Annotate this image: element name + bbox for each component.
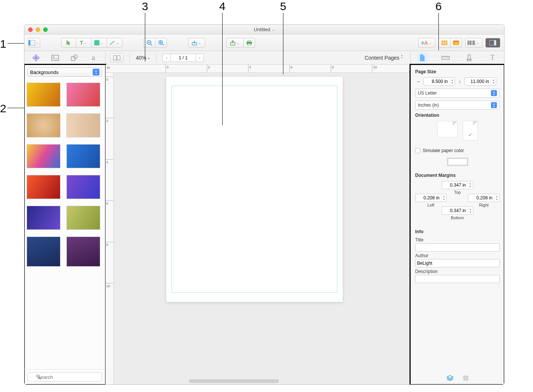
zoom-in-icon xyxy=(158,40,164,46)
page-navigator: ‹ › xyxy=(163,54,204,62)
stepper-icon[interactable]: ▴▾ xyxy=(449,78,455,84)
description-input[interactable] xyxy=(415,275,500,283)
title-input[interactable] xyxy=(415,243,500,252)
page-size-heading: Page Size xyxy=(415,69,500,74)
page-width-input[interactable] xyxy=(424,79,449,84)
cursor-icon xyxy=(66,40,71,45)
select-tool-button[interactable] xyxy=(61,38,76,48)
page-height-field[interactable]: ▴▾ xyxy=(465,77,496,86)
units-selector[interactable]: Inches (in) ▴▾ xyxy=(415,101,500,110)
appearance-inspector-tab[interactable] xyxy=(464,53,475,63)
zoom-in-button[interactable] xyxy=(155,38,167,48)
margin-bottom-field[interactable]: ▴▾ xyxy=(442,207,473,215)
category-selector[interactable]: Backgrounds ▴▾ xyxy=(27,68,102,77)
callout-1-line xyxy=(8,43,24,44)
svg-point-35 xyxy=(33,57,35,59)
inspector-tabs: T xyxy=(410,51,504,64)
line-icon xyxy=(109,40,115,45)
page-viewport[interactable] xyxy=(114,73,410,384)
clipart-tab[interactable] xyxy=(31,53,41,63)
share-icon xyxy=(230,40,236,45)
fonts-button[interactable]: AA ⌄ xyxy=(418,38,435,48)
tables-button[interactable] xyxy=(438,38,450,48)
background-thumbnail[interactable] xyxy=(27,175,60,199)
text-styles-tab[interactable]: a xyxy=(88,53,99,63)
stepper-icon: ˄˅ xyxy=(401,56,403,60)
svg-rect-41 xyxy=(113,56,116,60)
callout-4: 4 xyxy=(219,0,226,13)
grid-icon[interactable] xyxy=(463,375,469,382)
background-thumbnail[interactable] xyxy=(66,83,100,107)
print-button[interactable] xyxy=(243,38,255,48)
author-input[interactable] xyxy=(415,259,500,267)
content-pages-label: Content Pages xyxy=(364,55,399,61)
shape-tool-button[interactable]: ⌄ xyxy=(91,38,107,48)
spread-icon xyxy=(113,55,120,60)
svg-rect-1 xyxy=(29,40,30,45)
text-tool-button[interactable]: T ⌄ xyxy=(76,38,92,48)
horizontal-scrollbar[interactable] xyxy=(189,379,279,383)
line-tool-button[interactable]: ⌄ xyxy=(107,38,122,48)
document-page[interactable] xyxy=(166,77,343,302)
page-margin-guide xyxy=(172,86,337,293)
document-inspector-tab[interactable] xyxy=(417,53,428,63)
background-thumbnail[interactable] xyxy=(27,237,60,267)
panels-layout-button[interactable]: ⌄ xyxy=(28,38,40,48)
page-height-input[interactable] xyxy=(465,79,491,84)
import-icon xyxy=(191,40,197,45)
page-icon xyxy=(419,54,425,62)
orientation-landscape[interactable] xyxy=(437,121,458,137)
metrics-inspector-tab[interactable] xyxy=(440,53,451,63)
minimize-window-button[interactable] xyxy=(36,27,40,32)
margin-top-field[interactable]: ▴▾ xyxy=(442,181,473,189)
maximize-window-button[interactable] xyxy=(43,27,48,32)
paper-color-well[interactable] xyxy=(447,158,468,166)
share-button[interactable]: ⌄ xyxy=(226,38,244,48)
page-width-field[interactable]: ▴▾ xyxy=(423,77,455,86)
content-pages-selector[interactable]: Content Pages ˄˅ xyxy=(364,55,406,61)
square-icon xyxy=(94,40,99,45)
margin-top-label: Top xyxy=(454,190,461,194)
background-thumbnail[interactable] xyxy=(66,113,100,137)
orientation-portrait[interactable]: ✓ xyxy=(463,121,478,140)
svg-rect-42 xyxy=(117,56,120,60)
title-label: Title xyxy=(415,237,500,243)
import-button[interactable]: ⌄ xyxy=(188,38,205,48)
background-thumbnail[interactable] xyxy=(27,144,60,168)
brush-icon xyxy=(466,54,473,62)
window-controls xyxy=(28,27,48,32)
text-inspector-tab[interactable]: T xyxy=(487,53,498,63)
barcode-button[interactable]: ⌄ xyxy=(465,38,482,48)
background-thumbnail[interactable] xyxy=(66,144,100,168)
vertical-ruler[interactable]: 0 2 4 6 8 10 xyxy=(105,73,114,384)
page-preset-selector[interactable]: US Letter ▴▾ xyxy=(415,89,500,98)
inspector-panel: Page Size ↔ ▴▾ ↕ ▴▾ US Letter ▴▾ Inches … xyxy=(410,65,504,384)
window-title[interactable]: Untitled ⌄ xyxy=(254,27,275,32)
spread-view-button[interactable] xyxy=(110,53,123,62)
layers-icon[interactable] xyxy=(446,375,454,382)
margin-left-field[interactable]: ▴▾ xyxy=(415,194,447,202)
margin-right-field[interactable]: ▴▾ xyxy=(468,194,500,202)
background-thumbnail[interactable] xyxy=(27,206,60,230)
background-thumbnail[interactable] xyxy=(27,83,60,107)
stepper-icon[interactable]: ▴▾ xyxy=(491,78,496,84)
background-thumbnail[interactable] xyxy=(66,175,100,199)
shapes-tab[interactable] xyxy=(69,53,80,63)
background-thumbnail[interactable] xyxy=(66,237,100,267)
horizontal-ruler[interactable]: in 0 2 4 6 8 10 xyxy=(105,65,410,73)
inspector-toggle-button[interactable] xyxy=(485,38,500,48)
svg-rect-48 xyxy=(467,59,471,61)
zoom-level-selector[interactable]: 40% ⌄ xyxy=(136,55,150,61)
photos-tab[interactable] xyxy=(50,53,60,63)
background-thumbnail[interactable] xyxy=(27,113,60,137)
source-panel: Backgrounds ▴▾ 🔍 xyxy=(24,65,105,384)
next-page-button[interactable]: › xyxy=(196,54,204,62)
prev-page-button[interactable]: ‹ xyxy=(163,54,171,62)
background-thumbnail[interactable] xyxy=(66,206,100,230)
svg-point-33 xyxy=(35,55,37,57)
shapes-icon xyxy=(71,54,78,61)
close-window-button[interactable] xyxy=(28,27,33,32)
page-indicator-field[interactable] xyxy=(171,54,196,62)
calendar-button[interactable]: 15 xyxy=(450,38,462,48)
simulate-paper-checkbox[interactable] xyxy=(415,148,420,153)
